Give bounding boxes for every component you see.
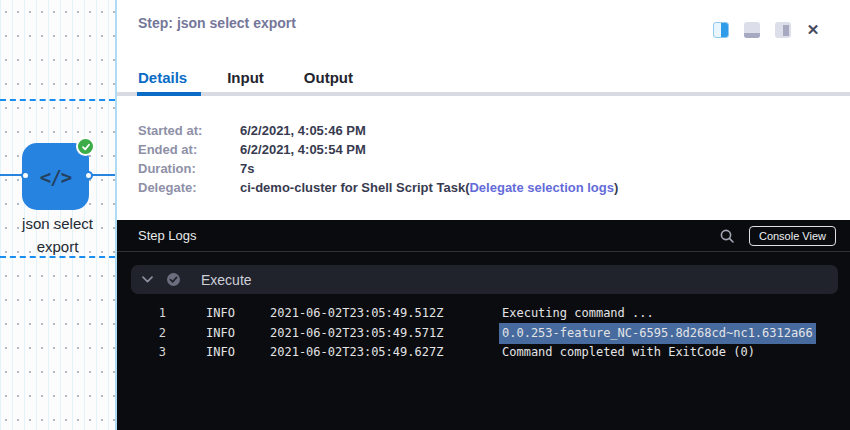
detail-row-started-at: Started at: 6/2/2021, 4:05:46 PM [138,121,618,140]
step-details-list: Started at: 6/2/2021, 4:05:46 PM Ended a… [138,121,618,197]
log-level: INFO [206,324,270,344]
success-badge-icon [76,137,95,156]
log-line[interactable]: 1 INFO 2021-06-02T23:05:49.512Z Executin… [117,304,850,324]
detail-value: 6/2/2021, 4:05:46 PM [240,121,618,140]
tab-details[interactable]: Details [138,69,187,86]
panel-left-edge [115,0,117,430]
log-level: INFO [206,343,270,363]
panel-title: Step: json select export [138,15,296,31]
log-line-number: 3 [141,343,166,363]
log-message: Executing command ... [502,304,654,324]
log-timestamp: 2021-06-02T23:05:49.571Z [270,324,502,344]
panel-tabs: Details Input Output [138,69,353,86]
stage-boundary-top [0,99,115,101]
bottom-panel-icon-fill [744,33,760,38]
side-panel-icon-fill [783,25,789,36]
panel-layout-controls: ✕ [713,22,820,38]
close-icon[interactable]: ✕ [806,22,820,38]
shell-script-icon: </> [40,166,71,188]
split-view-icon[interactable] [713,22,729,38]
step-success-icon [166,272,181,287]
bottom-panel-icon[interactable] [744,22,760,38]
delegate-value-prefix: ci-demo-cluster for Shell Script Task( [240,180,469,195]
detail-value: ci-demo-cluster for Shell Script Task(De… [240,178,618,197]
log-level: INFO [206,304,270,324]
log-message: Command completed with ExitCode (0) [502,343,755,363]
step-logs-header: Step Logs Console View [117,220,850,252]
detail-label: Duration: [138,159,240,178]
log-line[interactable]: 2 INFO 2021-06-02T23:05:49.571Z 0.0.253-… [117,324,850,344]
detail-row-delegate: Delegate: ci-demo-cluster for Shell Scri… [138,178,618,197]
tab-output[interactable]: Output [304,69,353,86]
console-view-button[interactable]: Console View [749,226,836,246]
step-logs-panel: Step Logs Console View [117,220,850,430]
log-section-execute[interactable]: Execute [131,265,838,294]
step-details-panel: Step: json select export ✕ Details Input… [117,0,850,430]
node-label: json select export [0,212,115,258]
log-message-highlighted: 0.0.253-feature_NC-6595.8d268cd~nc1.6312… [499,323,816,345]
detail-row-duration: Duration: 7s [138,159,618,178]
delegate-selection-logs-link[interactable]: Delegate selection logs [469,180,614,195]
detail-label: Ended at: [138,140,240,159]
log-line-number: 1 [141,304,166,324]
detail-label: Started at: [138,121,240,140]
detail-label: Delegate: [138,178,240,197]
log-timestamp: 2021-06-02T23:05:49.512Z [270,304,502,324]
log-timestamp: 2021-06-02T23:05:49.627Z [270,343,502,363]
pipeline-canvas[interactable]: </> json select export [0,0,115,430]
chevron-down-icon[interactable] [142,276,153,283]
detail-row-ended-at: Ended at: 6/2/2021, 4:05:54 PM [138,140,618,159]
search-icon[interactable] [719,228,735,244]
node-port-right[interactable] [84,171,93,180]
log-line[interactable]: 3 INFO 2021-06-02T23:05:49.627Z Command … [117,343,850,363]
tab-track [117,92,850,96]
side-panel-icon[interactable] [775,22,791,38]
split-view-icon-fill [721,23,728,37]
step-logs-title: Step Logs [138,228,719,243]
detail-value: 7s [240,159,618,178]
detail-value: 6/2/2021, 4:05:54 PM [240,140,618,159]
tab-input[interactable]: Input [227,69,264,86]
delegate-value-suffix: ) [614,180,618,195]
log-line-number: 2 [141,324,166,344]
active-tab-indicator [137,92,201,96]
app-root: </> json select export Step: json select… [0,0,850,430]
log-lines: 1 INFO 2021-06-02T23:05:49.512Z Executin… [117,304,850,363]
log-section-title: Execute [201,272,252,288]
node-port-left[interactable] [21,171,30,180]
